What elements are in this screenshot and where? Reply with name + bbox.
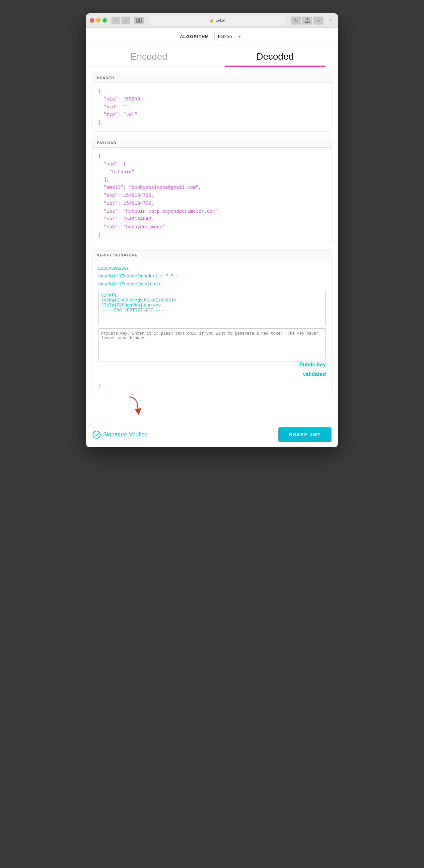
cert-wrapper: u1rKfl YvSMqAIhAJLOhYg9JSlkoEzO/8FIx J7b… bbox=[98, 290, 326, 326]
payload-section: PAYLOAD: { "aud": [ "httpbin" ], "email"… bbox=[92, 138, 332, 244]
browser-window: ‹ › 🔒 jwt.io ↻ » + ALGORITHM bbox=[86, 13, 338, 447]
page-content: ALGORITHM ES256 HS256 RS256 ▼ Encoded De… bbox=[86, 28, 338, 447]
forward-button[interactable]: › bbox=[121, 17, 130, 24]
verify-body: ECDSASHA256( base64UrlEncode(header) + "… bbox=[93, 260, 331, 395]
lock-icon: 🔒 bbox=[209, 18, 214, 23]
payload-label: PAYLOAD: bbox=[93, 138, 331, 148]
minimize-button[interactable] bbox=[96, 18, 101, 23]
tabs-bar: Encoded Decoded bbox=[86, 45, 338, 67]
cert-textarea[interactable]: u1rKfl YvSMqAIhAJLOhYg9JSlkoEzO/8FIx J7b… bbox=[98, 290, 326, 326]
algorithm-select-wrapper[interactable]: ES256 HS256 RS256 ▼ bbox=[214, 32, 244, 41]
header-body: { "alg": "ES256", "kid": "", "typ": "JWT… bbox=[93, 83, 331, 131]
payload-body: { "aud": [ "httpbin" ], "email": "bobbyd… bbox=[93, 148, 331, 244]
arrow-container bbox=[92, 395, 332, 415]
header-label: HEADER: bbox=[93, 73, 331, 83]
back-button[interactable]: ‹ bbox=[111, 17, 120, 24]
payload-line-1: { bbox=[98, 152, 326, 160]
svg-rect-1 bbox=[139, 19, 142, 23]
verify-param1: base64UrlEncode(header) + "." + bbox=[98, 272, 326, 280]
header-line-5: } bbox=[98, 119, 326, 127]
payload-line-4: ], bbox=[98, 176, 326, 184]
payload-line-5: "email": "bobbydesimone@gmail.com", bbox=[98, 184, 326, 192]
add-tab-button[interactable]: + bbox=[326, 17, 334, 25]
share-jwt-button[interactable]: SHARE JWT bbox=[278, 427, 332, 442]
payload-line-7: "iat": 1548134702, bbox=[98, 200, 326, 208]
algorithm-bar: ALGORITHM ES256 HS256 RS256 ▼ bbox=[86, 28, 338, 45]
header-line-3: "kid": "", bbox=[98, 103, 326, 111]
header-section: HEADER: { "alg": "ES256", "kid": "", "ty… bbox=[92, 73, 332, 132]
signature-verified-text: Signature Verified bbox=[103, 431, 148, 438]
tab-encoded[interactable]: Encoded bbox=[86, 45, 212, 67]
url-text: jwt.io bbox=[216, 18, 226, 23]
verify-func-name: ECDSASHA256( bbox=[98, 265, 326, 272]
down-arrow-icon bbox=[126, 395, 146, 415]
svg-rect-0 bbox=[136, 19, 139, 23]
algorithm-select[interactable]: ES256 HS256 RS256 bbox=[214, 32, 244, 41]
window-view-button[interactable] bbox=[134, 17, 144, 24]
toolbar-right: ↻ » bbox=[291, 17, 323, 25]
signature-verified: Signature Verified bbox=[92, 431, 148, 439]
bottom-bar: Signature Verified SHARE JWT bbox=[86, 422, 338, 447]
closing-paren: ) bbox=[98, 382, 326, 390]
more-button[interactable]: » bbox=[313, 17, 323, 25]
payload-line-11: } bbox=[98, 231, 326, 239]
payload-line-10: "sub": "bobbydesimone" bbox=[98, 223, 326, 231]
payload-line-6: "exp": 1548134762, bbox=[98, 192, 326, 200]
payload-line-9: "nbf": 1548134642, bbox=[98, 215, 326, 223]
private-key-textarea[interactable] bbox=[98, 328, 326, 362]
payload-line-8: "iss": "httpbin.corp.beyondperimeter.com… bbox=[98, 208, 326, 216]
payload-line-2: "aud": [ bbox=[98, 160, 326, 168]
tab-decoded[interactable]: Decoded bbox=[212, 45, 338, 67]
algorithm-label: ALGORITHM bbox=[180, 34, 209, 39]
verify-signature-section: VERIFY SIGNATURE ECDSASHA256( base64UrlE… bbox=[92, 250, 332, 395]
share-button[interactable] bbox=[302, 17, 312, 25]
refresh-button[interactable]: ↻ bbox=[291, 17, 301, 25]
maximize-button[interactable] bbox=[103, 18, 107, 23]
nav-buttons: ‹ › bbox=[111, 17, 130, 24]
public-key-validated-label: Public-key validated bbox=[98, 360, 326, 379]
decoded-content: HEADER: { "alg": "ES256", "kid": "", "ty… bbox=[86, 73, 338, 422]
header-line-1: { bbox=[98, 88, 326, 95]
close-button[interactable] bbox=[90, 18, 94, 23]
traffic-lights bbox=[90, 18, 107, 23]
address-bar[interactable]: 🔒 jwt.io bbox=[149, 16, 286, 25]
verify-signature-label: VERIFY SIGNATURE bbox=[93, 250, 331, 260]
verify-param2: base64UrlEncode(payload), bbox=[98, 280, 326, 288]
titlebar: ‹ › 🔒 jwt.io ↻ » + bbox=[86, 13, 338, 28]
header-line-4: "typ": "JWT" bbox=[98, 111, 326, 119]
header-line-2: "alg": "ES256", bbox=[98, 95, 326, 103]
verified-checkmark-icon bbox=[92, 431, 101, 439]
private-key-section: Public-key validated bbox=[98, 328, 326, 379]
payload-line-3: "httpbin" bbox=[98, 168, 326, 176]
